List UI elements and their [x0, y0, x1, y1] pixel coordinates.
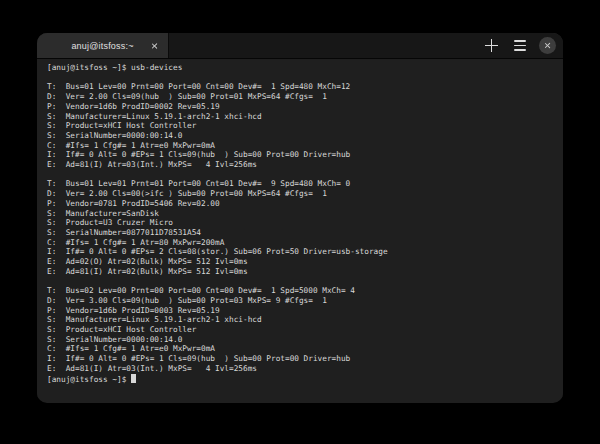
hamburger-icon	[514, 40, 526, 50]
tab-title: anuj@itsfoss:~	[71, 41, 133, 51]
terminal-cursor	[131, 374, 136, 383]
window-controls	[483, 33, 563, 58]
menu-button[interactable]	[511, 37, 528, 54]
terminal-output: [anuj@itsfoss ~]$ usb-devices T: Bus=01 …	[47, 63, 557, 374]
desktop-background: { "window": { "tab": { "title": "anuj@it…	[0, 0, 600, 444]
x-icon	[544, 42, 551, 49]
new-tab-button[interactable]	[483, 37, 500, 54]
terminal-screen[interactable]: [anuj@itsfoss ~]$ usb-devices T: Bus=01 …	[37, 59, 563, 399]
x-icon	[151, 42, 158, 49]
prompt-line: [anuj@itsfoss ~]$	[47, 374, 557, 384]
plus-icon	[485, 39, 498, 52]
window-close-button[interactable]	[539, 37, 556, 54]
terminal-window: anuj@itsfoss:~ [anuj@itsfoss ~]$ usb-dev…	[37, 33, 563, 403]
tab-close-button[interactable]	[149, 40, 160, 51]
tab-bar: anuj@itsfoss:~	[37, 33, 563, 59]
tab-active[interactable]: anuj@itsfoss:~	[37, 33, 169, 58]
shell-prompt: [anuj@itsfoss ~]$	[47, 374, 131, 383]
